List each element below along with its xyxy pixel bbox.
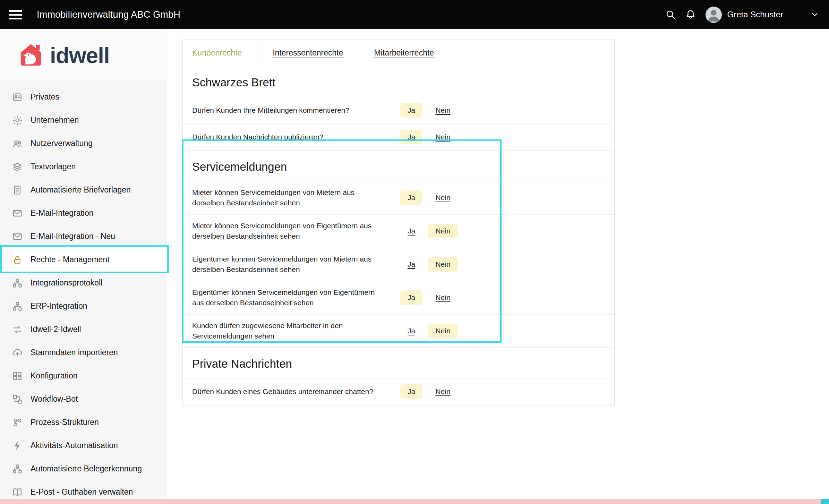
yes-no-toggle: Ja Nein	[400, 324, 458, 338]
chevron-down-icon[interactable]	[810, 10, 819, 19]
sidebar-item-nutzerverwaltung[interactable]: Nutzerverwaltung	[0, 132, 167, 155]
envelope-icon	[12, 208, 23, 219]
yes-no-toggle: Ja Nein	[400, 190, 458, 205]
sidebar-item-idwell-2-idwell[interactable]: Idwell-2-Idwell	[0, 318, 167, 341]
avatar[interactable]	[706, 7, 722, 23]
yes-no-toggle: Ja Nein	[400, 103, 458, 118]
section-private-nachrichten: Private Nachrichten Dürfen Kunden eines …	[183, 348, 614, 405]
users-icon	[12, 138, 23, 149]
permission-row: Kunden dürfen zugewiesene Mitarbeiter in…	[183, 315, 614, 348]
lightning-icon	[12, 440, 23, 451]
section-title: Schwarzes Brett	[183, 66, 614, 97]
sidebar-menu: Privates Unternehmen Nutzerverwaltung Te…	[0, 82, 167, 499]
yes-no-toggle: Ja Nein	[400, 130, 458, 144]
no-toggle[interactable]: Nein	[428, 324, 458, 338]
sidebar-item-label: ERP-Integration	[31, 301, 87, 311]
permission-row: Mieter können Servicemeldungen von Eigen…	[183, 215, 614, 248]
section-title: Servicemeldungen	[183, 151, 614, 181]
sidebar-item-aktivitaets-automatisation[interactable]: Aktivitäts-Automatisation	[0, 434, 167, 457]
no-toggle[interactable]: Nein	[428, 190, 458, 205]
sidebar-item-email-integration[interactable]: E-Mail-Integration	[0, 202, 167, 225]
yes-toggle[interactable]: Ja	[400, 224, 422, 238]
tab-kundenrechte[interactable]: Kundenrechte	[183, 40, 257, 66]
section-title: Private Nachrichten	[183, 348, 614, 378]
hamburger-menu-icon[interactable]	[9, 8, 22, 22]
swap-arrows-icon	[12, 324, 23, 335]
yes-toggle[interactable]: Ja	[400, 384, 422, 399]
sidebar-item-rechte-management[interactable]: Rechte - Management	[0, 248, 167, 271]
sidebar-item-automatisierte-briefvorlagen[interactable]: Automatisierte Briefvorlagen	[0, 178, 167, 202]
sidebar-item-epost-guthaben-verwalten[interactable]: E-Post - Guthaben verwalten	[0, 480, 167, 499]
topbar: Immobilienverwaltung ABC GmbH Greta Schu…	[0, 0, 829, 29]
sidebar-item-label: Konfiguration	[31, 371, 78, 381]
grid-icon	[12, 370, 23, 382]
no-toggle[interactable]: Nein	[428, 130, 458, 144]
sidebar-item-email-integration-neu[interactable]: E-Mail-Integration - Neu	[0, 225, 167, 248]
tab-mitarbeiterrechte[interactable]: Mitarbeiterrechte	[359, 40, 450, 66]
no-toggle[interactable]: Nein	[428, 257, 458, 272]
yes-no-toggle: Ja Nein	[400, 290, 458, 305]
sidebar-item-textvorlagen[interactable]: Textvorlagen	[0, 155, 167, 178]
logo[interactable]: idwell	[0, 29, 167, 82]
question-text: Dürfen Kunden Ihre Mitteilungen kommenti…	[192, 105, 400, 116]
permission-row: Eigentümer können Servicemeldungen von E…	[183, 281, 614, 315]
yes-toggle[interactable]: Ja	[400, 290, 422, 305]
question-text: Kunden dürfen zugewiesene Mitarbeiter in…	[192, 321, 400, 342]
sidebar-item-prozess-strukturen[interactable]: Prozess-Strukturen	[0, 411, 167, 434]
permission-row: Dürfen Kunden eines Gebäudes untereinand…	[183, 378, 614, 405]
section-servicemeldungen: Servicemeldungen Mieter können Serviceme…	[183, 151, 614, 348]
book-icon	[12, 487, 23, 498]
sidebar-item-konfiguration[interactable]: Konfiguration	[0, 364, 167, 387]
sidebar-item-label: Aktivitäts-Automatisation	[31, 441, 118, 450]
sidebar-item-label: Nutzerverwaltung	[31, 139, 93, 148]
no-toggle[interactable]: Nein	[428, 103, 458, 118]
search-icon[interactable]	[665, 9, 676, 20]
gear-icon	[12, 115, 23, 126]
sidebar-item-workflow-bot[interactable]: Workflow-Bot	[0, 387, 167, 411]
sidebar-item-erp-integration[interactable]: ERP-Integration	[0, 294, 167, 318]
sidebar-item-integrationsprotokoll[interactable]: Integrationsprotokoll	[0, 271, 167, 294]
envelope-icon	[12, 231, 23, 242]
cloud-upload-icon	[12, 347, 23, 358]
yes-toggle[interactable]: Ja	[400, 190, 422, 205]
no-toggle[interactable]: Nein	[428, 224, 458, 238]
sidebar-item-automatisierte-belegerkennung[interactable]: Automatisierte Belegerkennung	[0, 457, 167, 480]
question-text: Dürfen Kunden eines Gebäudes untereinand…	[192, 386, 400, 397]
yes-no-toggle: Ja Nein	[400, 257, 458, 272]
sidebar-item-label: Workflow-Bot	[31, 394, 78, 404]
badge-icon	[12, 92, 23, 103]
topbar-right: Greta Schuster	[665, 7, 829, 23]
user-name[interactable]: Greta Schuster	[727, 10, 783, 19]
yes-no-toggle: Ja Nein	[400, 224, 458, 238]
nodes-icon	[12, 417, 23, 428]
permission-row: Eigentümer können Servicemeldungen von M…	[183, 248, 614, 281]
sidebar-item-label: Integrationsprotokoll	[31, 278, 102, 288]
sidebar-item-label: Prozess-Strukturen	[31, 418, 99, 427]
tab-bar: Kundenrechte Interessentenrechte Mitarbe…	[183, 40, 614, 66]
sidebar-item-label: Rechte - Management	[31, 255, 110, 264]
sitemap-icon	[12, 277, 23, 289]
sidebar-item-label: E-Post - Guthaben verwalten	[31, 487, 133, 497]
no-toggle[interactable]: Nein	[428, 290, 458, 305]
yes-toggle[interactable]: Ja	[400, 103, 422, 118]
sitemap-icon	[12, 301, 23, 312]
workflow-icon	[12, 394, 23, 405]
tab-interessentenrechte[interactable]: Interessentenrechte	[257, 40, 359, 66]
no-toggle[interactable]: Nein	[428, 384, 458, 399]
app-title: Immobilienverwaltung ABC GmbH	[37, 9, 180, 20]
yes-no-toggle: Ja Nein	[400, 384, 458, 399]
sidebar-item-stammdaten-importieren[interactable]: Stammdaten importieren	[0, 341, 167, 364]
yes-toggle[interactable]: Ja	[400, 324, 422, 338]
yes-toggle[interactable]: Ja	[400, 130, 422, 144]
bottom-annotation-bar-end	[821, 499, 829, 504]
bell-icon[interactable]	[685, 9, 696, 20]
sidebar-item-privates[interactable]: Privates	[0, 85, 167, 109]
sidebar-item-label: Textvorlagen	[31, 162, 76, 171]
sidebar-item-unternehmen[interactable]: Unternehmen	[0, 109, 167, 132]
sidebar-item-label: Idwell-2-Idwell	[31, 325, 81, 334]
question-text: Eigentümer können Servicemeldungen von M…	[192, 254, 400, 275]
yes-toggle[interactable]: Ja	[400, 257, 422, 272]
sidebar-item-label: Automatisierte Belegerkennung	[31, 464, 142, 473]
sitemap-icon	[12, 463, 23, 475]
permission-row: Mieter können Servicemeldungen von Miete…	[183, 181, 614, 215]
